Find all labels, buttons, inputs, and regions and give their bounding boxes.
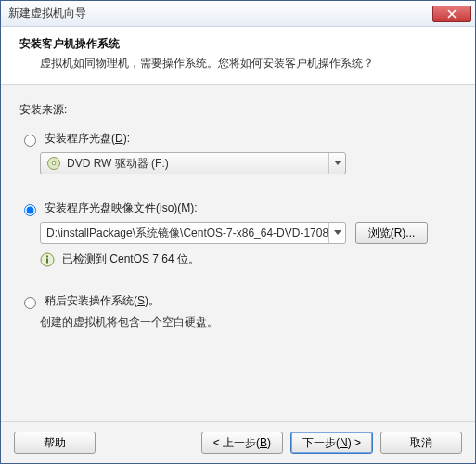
next-button[interactable]: 下一步(N) > bbox=[290, 432, 373, 454]
label-iso-file: 安装程序光盘映像文件(iso)(M): bbox=[45, 200, 198, 216]
detected-text: 已检测到 CentOS 7 64 位。 bbox=[62, 251, 199, 267]
wizard-footer: 帮助 < 上一步(B) 下一步(N) > 取消 bbox=[1, 421, 475, 463]
svg-rect-4 bbox=[46, 255, 48, 257]
install-later-note: 创建的虚拟机将包含一个空白硬盘。 bbox=[19, 315, 457, 330]
option-iso-file: 安装程序光盘映像文件(iso)(M): D:\installPackage\系统… bbox=[19, 200, 457, 267]
option-install-later: 稍后安装操作系统(S)。 创建的虚拟机将包含一个空白硬盘。 bbox=[19, 293, 457, 330]
browse-button[interactable]: 浏览(R)... bbox=[355, 222, 428, 244]
info-icon bbox=[40, 252, 55, 267]
back-button[interactable]: < 上一步(B) bbox=[201, 432, 283, 454]
radio-install-later[interactable] bbox=[24, 297, 36, 309]
option-installer-disc: 安装程序光盘(D): DVD RW 驱动器 (F:) bbox=[19, 131, 457, 174]
label-install-later: 稍后安装操作系统(S)。 bbox=[45, 293, 160, 309]
wizard-body: 安装来源: 安装程序光盘(D): DVD RW 驱动器 (F:) bbox=[1, 85, 475, 421]
radio-iso-file[interactable] bbox=[24, 204, 36, 216]
header-subtitle: 虚拟机如同物理机，需要操作系统。您将如何安装客户机操作系统？ bbox=[19, 56, 457, 71]
window-title: 新建虚拟机向导 bbox=[8, 6, 432, 21]
titlebar: 新建虚拟机向导 bbox=[1, 1, 475, 27]
header-title: 安装客户机操作系统 bbox=[19, 36, 457, 52]
help-button[interactable]: 帮助 bbox=[14, 432, 96, 454]
install-source-label: 安装来源: bbox=[19, 102, 457, 118]
wizard-window: 新建虚拟机向导 安装客户机操作系统 虚拟机如同物理机，需要操作系统。您将如何安装… bbox=[0, 0, 476, 464]
iso-path-combo[interactable]: D:\installPackage\系统镜像\CentOS-7-x86_64-D… bbox=[40, 222, 346, 244]
chevron-down-icon bbox=[328, 223, 345, 243]
chevron-down-icon bbox=[328, 153, 345, 174]
cancel-button[interactable]: 取消 bbox=[380, 432, 462, 454]
wizard-header: 安装客户机操作系统 虚拟机如同物理机，需要操作系统。您将如何安装客户机操作系统？ bbox=[1, 27, 475, 85]
drive-select-text: DVD RW 驱动器 (F:) bbox=[67, 156, 340, 172]
svg-point-1 bbox=[52, 161, 56, 165]
drive-select[interactable]: DVD RW 驱动器 (F:) bbox=[40, 152, 346, 174]
radio-installer-disc[interactable] bbox=[24, 135, 36, 147]
detected-row: 已检测到 CentOS 7 64 位。 bbox=[19, 251, 457, 267]
disc-icon bbox=[46, 156, 61, 171]
label-installer-disc: 安装程序光盘(D): bbox=[45, 131, 130, 147]
iso-path-text: D:\installPackage\系统镜像\CentOS-7-x86_64-D… bbox=[46, 226, 340, 241]
svg-rect-3 bbox=[46, 258, 48, 263]
close-icon bbox=[447, 9, 457, 19]
close-button[interactable] bbox=[432, 6, 471, 22]
